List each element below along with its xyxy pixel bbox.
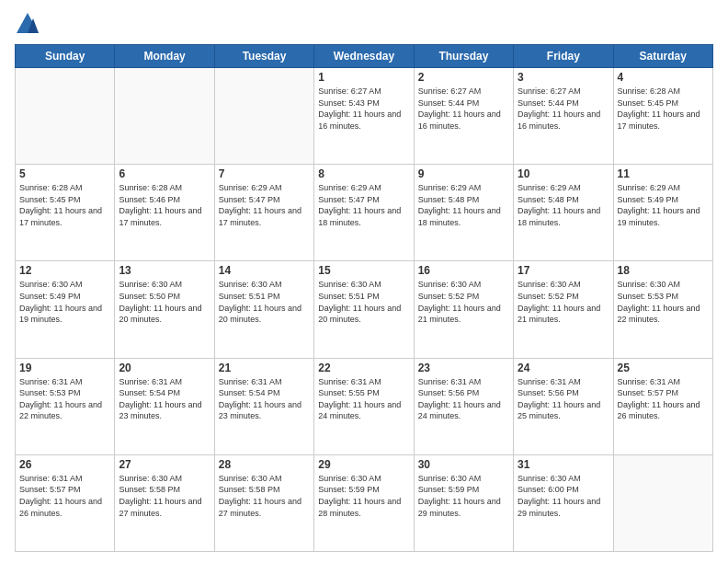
day-info: Sunrise: 6:30 AMSunset: 5:53 PMDaylight:… (618, 279, 709, 325)
calendar-cell: 25Sunrise: 6:31 AMSunset: 5:57 PMDayligh… (613, 358, 712, 454)
calendar-cell (613, 454, 712, 551)
calendar-cell: 1Sunrise: 6:27 AMSunset: 5:43 PMDaylight… (314, 68, 414, 165)
day-info: Sunrise: 6:30 AMSunset: 5:50 PMDaylight:… (119, 279, 210, 325)
calendar-cell: 2Sunrise: 6:27 AMSunset: 5:44 PMDaylight… (414, 68, 513, 165)
day-info: Sunrise: 6:27 AMSunset: 5:44 PMDaylight:… (518, 86, 609, 132)
day-number: 15 (318, 264, 409, 277)
day-info: Sunrise: 6:31 AMSunset: 5:57 PMDaylight:… (618, 376, 709, 422)
day-number: 22 (318, 362, 409, 374)
calendar-cell: 11Sunrise: 6:29 AMSunset: 5:49 PMDayligh… (613, 165, 712, 261)
day-info: Sunrise: 6:30 AMSunset: 5:58 PMDaylight:… (219, 473, 310, 519)
page: SundayMondayTuesdayWednesdayThursdayFrid… (0, 0, 728, 563)
day-number: 2 (418, 71, 509, 84)
calendar-day-header: Saturday (613, 45, 712, 68)
calendar-day-header: Monday (115, 45, 214, 68)
calendar-cell: 7Sunrise: 6:29 AMSunset: 5:47 PMDaylight… (214, 165, 313, 261)
calendar-cell: 31Sunrise: 6:30 AMSunset: 6:00 PMDayligh… (514, 454, 613, 551)
day-number: 28 (219, 458, 310, 471)
day-number: 19 (19, 362, 110, 374)
day-info: Sunrise: 6:30 AMSunset: 5:52 PMDaylight:… (518, 279, 609, 325)
day-info: Sunrise: 6:29 AMSunset: 5:48 PMDaylight:… (418, 182, 509, 228)
calendar-cell: 3Sunrise: 6:27 AMSunset: 5:44 PMDaylight… (514, 68, 613, 165)
calendar-cell: 21Sunrise: 6:31 AMSunset: 5:54 PMDayligh… (214, 358, 313, 454)
day-number: 17 (518, 264, 609, 277)
day-number: 31 (518, 458, 609, 471)
day-number: 11 (618, 167, 709, 180)
calendar-cell: 27Sunrise: 6:30 AMSunset: 5:58 PMDayligh… (115, 454, 214, 551)
day-info: Sunrise: 6:30 AMSunset: 5:59 PMDaylight:… (318, 473, 409, 519)
calendar-day-header: Tuesday (214, 45, 313, 68)
day-info: Sunrise: 6:31 AMSunset: 5:55 PMDaylight:… (318, 376, 409, 422)
day-number: 5 (19, 167, 110, 180)
calendar-day-header: Thursday (414, 45, 513, 68)
day-number: 14 (219, 264, 310, 277)
day-info: Sunrise: 6:28 AMSunset: 5:45 PMDaylight:… (618, 86, 709, 132)
calendar-week-row: 5Sunrise: 6:28 AMSunset: 5:45 PMDaylight… (16, 165, 713, 261)
day-info: Sunrise: 6:30 AMSunset: 5:52 PMDaylight:… (418, 279, 509, 325)
calendar-week-row: 26Sunrise: 6:31 AMSunset: 5:57 PMDayligh… (16, 454, 713, 551)
logo-icon (15, 11, 40, 37)
calendar-cell: 5Sunrise: 6:28 AMSunset: 5:45 PMDaylight… (16, 165, 115, 261)
day-info: Sunrise: 6:30 AMSunset: 5:58 PMDaylight:… (119, 473, 210, 519)
day-info: Sunrise: 6:30 AMSunset: 5:59 PMDaylight:… (418, 473, 509, 519)
calendar-cell: 22Sunrise: 6:31 AMSunset: 5:55 PMDayligh… (314, 358, 414, 454)
day-number: 1 (318, 71, 409, 84)
day-info: Sunrise: 6:28 AMSunset: 5:46 PMDaylight:… (119, 182, 210, 228)
calendar-cell (115, 68, 214, 165)
calendar-cell: 18Sunrise: 6:30 AMSunset: 5:53 PMDayligh… (613, 261, 712, 358)
day-info: Sunrise: 6:30 AMSunset: 6:00 PMDaylight:… (518, 473, 609, 519)
day-number: 29 (318, 458, 409, 471)
day-number: 27 (119, 458, 210, 471)
calendar-header-row: SundayMondayTuesdayWednesdayThursdayFrid… (16, 45, 713, 68)
day-number: 7 (219, 167, 310, 180)
day-number: 8 (318, 167, 409, 180)
day-info: Sunrise: 6:29 AMSunset: 5:49 PMDaylight:… (618, 182, 709, 228)
calendar-cell: 17Sunrise: 6:30 AMSunset: 5:52 PMDayligh… (514, 261, 613, 358)
day-info: Sunrise: 6:29 AMSunset: 5:48 PMDaylight:… (518, 182, 609, 228)
day-info: Sunrise: 6:29 AMSunset: 5:47 PMDaylight:… (318, 182, 409, 228)
calendar-week-row: 1Sunrise: 6:27 AMSunset: 5:43 PMDaylight… (16, 68, 713, 165)
day-info: Sunrise: 6:31 AMSunset: 5:54 PMDaylight:… (119, 376, 210, 422)
day-info: Sunrise: 6:31 AMSunset: 5:54 PMDaylight:… (219, 376, 310, 422)
day-number: 18 (618, 264, 709, 277)
calendar-day-header: Sunday (16, 45, 115, 68)
calendar-week-row: 12Sunrise: 6:30 AMSunset: 5:49 PMDayligh… (16, 261, 713, 358)
calendar-day-header: Wednesday (314, 45, 414, 68)
calendar-cell: 9Sunrise: 6:29 AMSunset: 5:48 PMDaylight… (414, 165, 513, 261)
logo (15, 11, 44, 37)
day-number: 25 (618, 362, 709, 374)
day-number: 23 (418, 362, 509, 374)
day-info: Sunrise: 6:28 AMSunset: 5:45 PMDaylight:… (19, 182, 110, 228)
calendar-week-row: 19Sunrise: 6:31 AMSunset: 5:53 PMDayligh… (16, 358, 713, 454)
day-number: 20 (119, 362, 210, 374)
calendar-cell (214, 68, 313, 165)
day-info: Sunrise: 6:30 AMSunset: 5:51 PMDaylight:… (318, 279, 409, 325)
calendar-cell: 14Sunrise: 6:30 AMSunset: 5:51 PMDayligh… (214, 261, 313, 358)
day-info: Sunrise: 6:31 AMSunset: 5:56 PMDaylight:… (418, 376, 509, 422)
calendar-cell: 29Sunrise: 6:30 AMSunset: 5:59 PMDayligh… (314, 454, 414, 551)
day-number: 9 (418, 167, 509, 180)
calendar-cell: 8Sunrise: 6:29 AMSunset: 5:47 PMDaylight… (314, 165, 414, 261)
day-number: 26 (19, 458, 110, 471)
calendar-cell: 13Sunrise: 6:30 AMSunset: 5:50 PMDayligh… (115, 261, 214, 358)
calendar-cell (16, 68, 115, 165)
calendar-cell: 4Sunrise: 6:28 AMSunset: 5:45 PMDaylight… (613, 68, 712, 165)
calendar-cell: 26Sunrise: 6:31 AMSunset: 5:57 PMDayligh… (16, 454, 115, 551)
day-number: 3 (518, 71, 609, 84)
day-info: Sunrise: 6:31 AMSunset: 5:53 PMDaylight:… (19, 376, 110, 422)
calendar-cell: 16Sunrise: 6:30 AMSunset: 5:52 PMDayligh… (414, 261, 513, 358)
calendar-cell: 19Sunrise: 6:31 AMSunset: 5:53 PMDayligh… (16, 358, 115, 454)
day-info: Sunrise: 6:31 AMSunset: 5:57 PMDaylight:… (19, 473, 110, 519)
calendar-cell: 30Sunrise: 6:30 AMSunset: 5:59 PMDayligh… (414, 454, 513, 551)
day-number: 21 (219, 362, 310, 374)
calendar-cell: 6Sunrise: 6:28 AMSunset: 5:46 PMDaylight… (115, 165, 214, 261)
day-number: 24 (518, 362, 609, 374)
day-number: 6 (119, 167, 210, 180)
day-info: Sunrise: 6:30 AMSunset: 5:49 PMDaylight:… (19, 279, 110, 325)
header (15, 11, 713, 37)
day-info: Sunrise: 6:30 AMSunset: 5:51 PMDaylight:… (219, 279, 310, 325)
calendar-cell: 28Sunrise: 6:30 AMSunset: 5:58 PMDayligh… (214, 454, 313, 551)
calendar-cell: 20Sunrise: 6:31 AMSunset: 5:54 PMDayligh… (115, 358, 214, 454)
day-number: 30 (418, 458, 509, 471)
calendar-day-header: Friday (514, 45, 613, 68)
